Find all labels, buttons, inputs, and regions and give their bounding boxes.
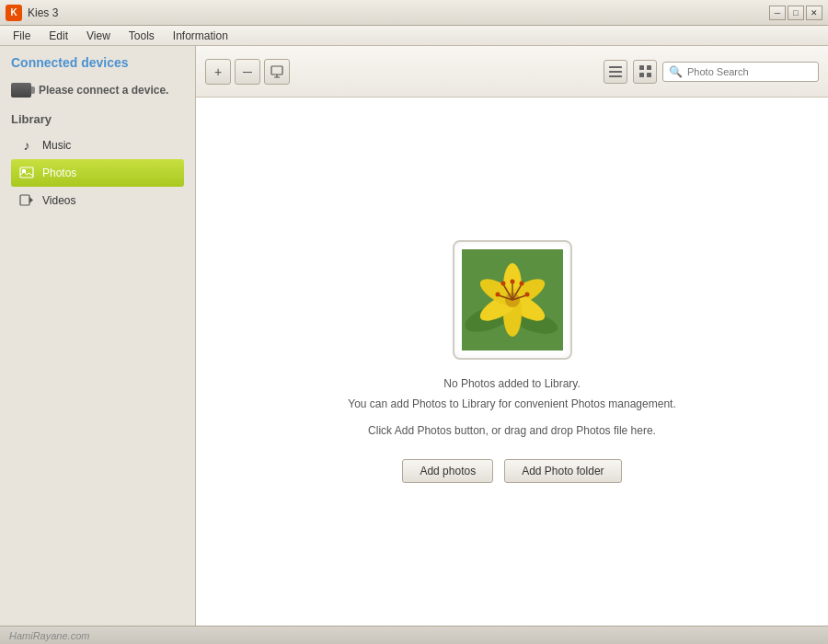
app-title: Kies 3 — [28, 6, 769, 19]
sidebar: Connected devices Please connect a devic… — [0, 46, 196, 626]
restore-button[interactable]: □ — [788, 6, 804, 20]
menu-tools[interactable]: Tools — [120, 28, 164, 44]
menu-bar: File Edit View Tools Information — [0, 26, 828, 46]
window-controls: ─ □ ✕ — [769, 6, 822, 20]
sidebar-item-photos-label: Photos — [42, 167, 76, 179]
svg-rect-9 — [647, 65, 651, 70]
search-input[interactable] — [687, 66, 812, 77]
add-photo-folder-button[interactable]: Add Photo folder — [504, 459, 621, 483]
svg-rect-4 — [271, 66, 282, 75]
svg-marker-3 — [29, 197, 33, 203]
menu-view[interactable]: View — [77, 28, 120, 44]
add-photos-button[interactable]: Add photos — [402, 459, 493, 483]
content-area: + ─ — [196, 46, 828, 626]
svg-rect-2 — [20, 195, 29, 205]
svg-point-26 — [519, 282, 523, 286]
main-layout: Connected devices Please connect a devic… — [0, 46, 828, 626]
device-status: Please connect a device. — [0, 77, 195, 103]
toolbar-right: 🔍 — [604, 60, 819, 84]
menu-edit[interactable]: Edit — [40, 28, 77, 44]
svg-point-30 — [524, 293, 529, 297]
empty-line2: You can add Photos to Library for conven… — [348, 395, 675, 415]
music-icon: ♪ — [18, 137, 35, 154]
connected-devices-header: Connected devices — [0, 46, 195, 77]
empty-line1: No Photos added to Library. — [348, 374, 675, 395]
close-button[interactable]: ✕ — [806, 6, 822, 20]
menu-information[interactable]: Information — [164, 28, 237, 44]
sidebar-item-music-label: Music — [42, 139, 71, 152]
remove-button[interactable]: ─ — [235, 59, 260, 85]
import-button[interactable] — [264, 59, 290, 85]
device-status-text: Please connect a device. — [39, 84, 168, 97]
app-icon-letter: K — [10, 7, 17, 17]
grid-view-button[interactable] — [633, 60, 657, 84]
list-view-button[interactable] — [604, 60, 627, 84]
svg-rect-6 — [609, 71, 622, 73]
photo-placeholder — [453, 240, 572, 360]
svg-rect-10 — [639, 73, 644, 77]
title-bar: K Kies 3 ─ □ ✕ — [0, 0, 828, 26]
watermark-text: HamiRayane.com — [9, 630, 89, 641]
status-bar: HamiRayane.com — [0, 626, 828, 644]
content-main: No Photos added to Library. You can add … — [196, 98, 828, 626]
drag-drop-message: Click Add Photos button, or drag and dro… — [368, 424, 656, 437]
svg-point-24 — [500, 282, 505, 286]
sidebar-item-videos[interactable]: Videos — [11, 187, 184, 214]
sidebar-item-photos[interactable]: Photos — [11, 159, 184, 187]
svg-rect-8 — [639, 65, 644, 70]
empty-message: No Photos added to Library. You can add … — [348, 374, 675, 414]
action-buttons: Add photos Add Photo folder — [402, 459, 621, 483]
device-icon — [11, 83, 31, 98]
sidebar-item-videos-label: Videos — [42, 194, 75, 207]
library-section: Library ♪ Music Photos — [0, 103, 195, 220]
videos-icon — [18, 192, 35, 209]
sidebar-item-music[interactable]: ♪ Music — [11, 132, 184, 159]
add-button[interactable]: + — [205, 59, 231, 85]
svg-rect-11 — [647, 73, 651, 77]
svg-point-28 — [495, 293, 500, 297]
minimize-button[interactable]: ─ — [769, 6, 786, 20]
search-icon: 🔍 — [669, 65, 683, 78]
app-icon: K — [6, 5, 22, 21]
toolbar: + ─ — [196, 46, 828, 98]
library-label: Library — [11, 112, 184, 126]
svg-rect-7 — [609, 75, 622, 77]
svg-point-32 — [510, 280, 514, 284]
flower-image — [462, 249, 563, 351]
search-box: 🔍 — [662, 62, 819, 82]
photos-icon — [18, 165, 35, 181]
menu-file[interactable]: File — [4, 28, 40, 44]
svg-rect-5 — [609, 66, 622, 68]
